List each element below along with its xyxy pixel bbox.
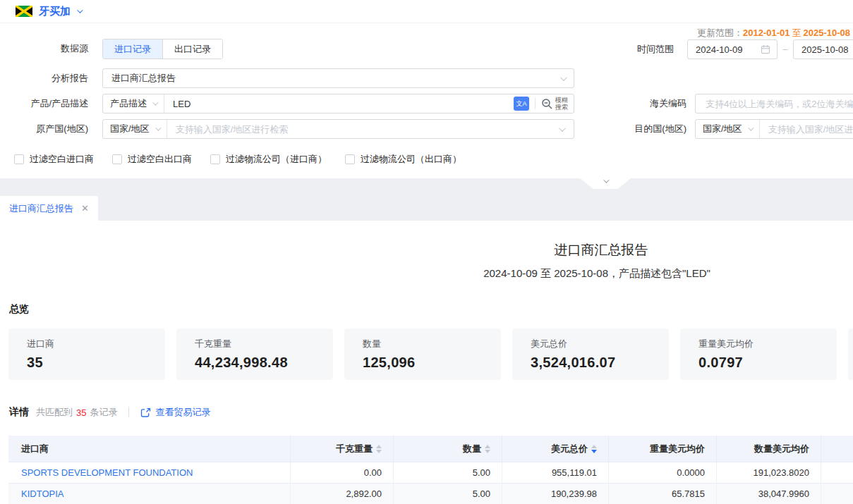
destination-field-select[interactable]: 国家/地区	[696, 120, 760, 138]
usd-total-cell: 190,239.98	[502, 484, 609, 504]
close-icon[interactable]: ✕	[81, 203, 89, 214]
importer-link[interactable]: SPORTS DEVELOPMENT FOUNDATION	[21, 467, 193, 478]
usd-per-kg-cell: 65.7815	[609, 484, 717, 504]
origin-field-select[interactable]: 国家/地区	[103, 120, 167, 138]
tab-import-records[interactable]: 进口记录	[103, 39, 162, 59]
collapse-panel-button[interactable]	[580, 178, 631, 189]
match-prefix: 共匹配到	[36, 406, 73, 419]
translate-icon[interactable]: 文A	[514, 97, 529, 111]
filler-cell	[821, 484, 853, 504]
calendar-icon[interactable]	[761, 44, 770, 54]
origin-field-value: 国家/地区	[110, 123, 150, 135]
column-label: 千克重量	[336, 436, 373, 462]
time-range-label: 时间范围	[586, 39, 674, 59]
update-range-to: 至	[792, 27, 801, 38]
top-bar: 牙买加	[0, 0, 853, 23]
fuzzy-search-icon[interactable]	[541, 98, 553, 110]
destination-search-input[interactable]	[760, 124, 853, 135]
importer-cell: SPORTS DEVELOPMENT FOUNDATION	[8, 462, 291, 484]
product-search-control: 产品描述 文A 模糊 搜索	[102, 94, 574, 113]
destination-field-value: 国家/地区	[703, 123, 742, 135]
overview-cards: 进口商 35 千克重量 44,234,998.48 数量 125,096 美元总…	[8, 328, 853, 380]
origin-search-input[interactable]	[167, 124, 559, 135]
data-source-switch: 进口记录 出口记录	[102, 39, 223, 59]
filter-logistics-importer[interactable]: 过滤物流公司（进口商）	[210, 153, 327, 166]
update-range-end: 2025-10-08	[804, 27, 851, 38]
date-end-value[interactable]	[800, 44, 853, 56]
filler-cell	[821, 462, 853, 484]
product-field-select[interactable]: 产品描述	[103, 94, 164, 113]
filter-blank-exporter[interactable]: 过滤空白出口商	[112, 153, 192, 166]
fuzzy-search-label[interactable]: 模糊 搜索	[555, 97, 568, 111]
stat-value: 3,524,016.07	[531, 355, 651, 371]
origin-label: 原产国(地区)	[0, 119, 88, 139]
column-header-quantity[interactable]: 数量	[394, 436, 502, 462]
checkbox-icon[interactable]	[112, 154, 122, 164]
sort-icon[interactable]	[485, 445, 490, 453]
overview-heading: 总览	[9, 303, 29, 316]
usd-per-kg-cell: 0.0000	[609, 462, 717, 484]
destination-label: 目的国(地区)	[598, 119, 686, 139]
checkbox-icon[interactable]	[210, 154, 220, 164]
date-start-input[interactable]	[687, 39, 778, 59]
sort-icon-active-desc[interactable]	[591, 445, 597, 453]
tab-strip: 进口商汇总报告 ✕	[0, 178, 853, 221]
report-type-select[interactable]: 进口商汇总报告	[102, 68, 574, 88]
tab-title: 进口商汇总报告	[9, 202, 73, 215]
match-suffix: 条记录	[90, 406, 117, 419]
stat-value: 0.0797	[698, 355, 818, 371]
checkbox-icon[interactable]	[14, 154, 24, 164]
tab-importer-summary-report[interactable]: 进口商汇总报告 ✕	[0, 196, 98, 221]
product-search-input[interactable]	[164, 99, 514, 109]
stat-card-usd-total: 美元总价 3,524,016.07	[512, 328, 669, 380]
column-header-filler	[821, 436, 853, 462]
filter-blank-importer[interactable]: 过滤空白进口商	[14, 153, 94, 166]
stat-card-importers: 进口商 35	[8, 328, 165, 380]
stat-card-quantity: 数量 125,096	[344, 328, 501, 380]
chevron-down-icon[interactable]	[77, 7, 83, 13]
divider	[128, 407, 129, 417]
stat-value: 35	[27, 355, 147, 371]
filter-label: 过滤空白出口商	[128, 153, 192, 166]
tab-export-records[interactable]: 出口记录	[162, 39, 222, 59]
column-label: 美元总价	[551, 436, 588, 462]
stat-card-usd-per-kg: 重量美元均价 0.0797	[680, 328, 837, 380]
trade-records-icon	[140, 407, 151, 418]
report-subtitle: 2024-10-09 至 2025-10-08，产品描述包含"LED"	[483, 267, 710, 281]
usd-per-qty-cell: 38,047.9960	[717, 484, 821, 504]
chevron-down-icon	[560, 74, 567, 81]
stat-card-kg-weight: 千克重量 44,234,998.48	[176, 328, 333, 380]
column-header-usd-total[interactable]: 美元总价	[502, 436, 609, 462]
report-type-value: 进口商汇总报告	[111, 72, 176, 85]
hs-code-input[interactable]	[704, 98, 853, 110]
filter-logistics-exporter[interactable]: 过滤物流公司（出口商）	[345, 153, 461, 166]
column-header-kg-weight[interactable]: 千克重量	[291, 436, 394, 462]
column-header-usd-per-qty[interactable]: 数量美元均价	[717, 436, 821, 462]
chevron-down-icon	[559, 125, 566, 132]
table-header-row: 进口商 千克重量 数量 美元总价 重量美元均价 数量美元均价	[8, 436, 853, 462]
date-start-value[interactable]	[694, 44, 761, 56]
view-trade-records-link[interactable]: 查看贸易记录	[140, 406, 210, 419]
hs-code-field[interactable]	[695, 94, 853, 113]
importer-link[interactable]: KIDTOPIA	[21, 488, 63, 499]
filter-checkboxes: 过滤空白进口商 过滤空白出口商 过滤物流公司（进口商） 过滤物流公司（出口商）	[14, 153, 461, 166]
stat-value: 44,234,998.48	[195, 355, 315, 371]
stat-label: 美元总价	[531, 338, 651, 350]
column-header-importer[interactable]: 进口商	[8, 436, 291, 462]
chevron-down-icon	[155, 125, 161, 130]
column-header-usd-per-kg[interactable]: 重量美元均价	[609, 436, 717, 462]
country-selector-label[interactable]: 牙买加	[39, 5, 71, 18]
detail-bar: 详情 共匹配到 35 条记录 查看贸易记录	[9, 406, 210, 419]
date-end-input[interactable]	[793, 39, 853, 59]
view-trade-records-label: 查看贸易记录	[155, 406, 210, 419]
data-source-label: 数据源	[0, 39, 88, 59]
product-label: 产品/产品描述	[0, 94, 88, 113]
date-range-separator: –	[779, 39, 792, 59]
chevron-down-icon	[152, 99, 158, 105]
checkbox-icon[interactable]	[345, 154, 355, 164]
destination-control: 国家/地区	[695, 119, 853, 139]
report-title: 进口商汇总报告	[555, 241, 648, 259]
sort-icon[interactable]	[376, 445, 382, 453]
fuzzy-line1: 模糊	[555, 97, 568, 104]
stat-card-partial	[848, 328, 853, 380]
